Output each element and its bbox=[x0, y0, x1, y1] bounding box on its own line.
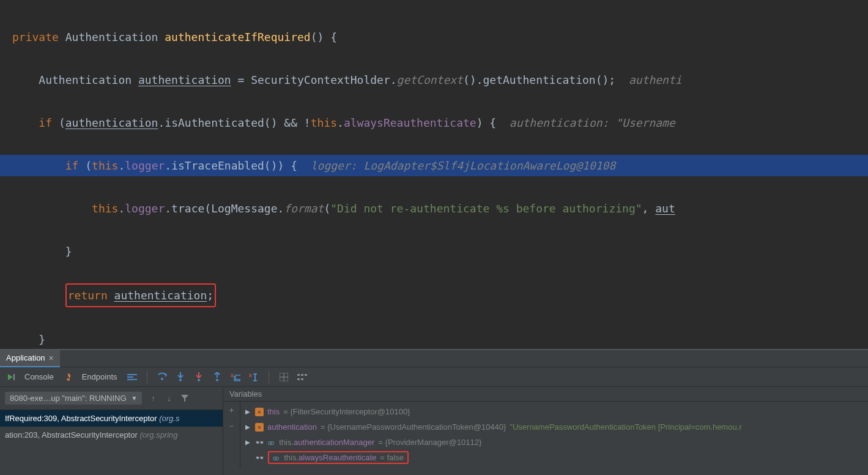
chevron-down-icon: ▼ bbox=[132, 395, 138, 402]
tab-application[interactable]: Application × bbox=[0, 350, 60, 367]
variable-row[interactable]: 👓 oo this.alwaysReauthenticate = false bbox=[245, 450, 863, 465]
svg-rect-2 bbox=[127, 376, 133, 378]
expand-icon[interactable]: ▶ bbox=[245, 408, 251, 415]
variables-panel: Variables ＋ － ▶ ≡ this = {FilterSecurity… bbox=[223, 387, 868, 475]
console-label[interactable]: Console bbox=[24, 372, 54, 381]
debug-tabs: Application × bbox=[0, 350, 868, 367]
layout-icon[interactable] bbox=[127, 372, 137, 382]
link-icon: oo bbox=[268, 439, 273, 446]
link-icon: oo bbox=[273, 454, 278, 462]
svg-point-8 bbox=[198, 379, 200, 381]
svg-rect-24 bbox=[297, 378, 300, 380]
variables-header: Variables bbox=[223, 387, 868, 402]
svg-rect-23 bbox=[305, 374, 307, 376]
run-to-cursor-icon[interactable]: x bbox=[249, 372, 259, 382]
drop-frame-icon[interactable]: x bbox=[231, 372, 240, 382]
remove-watch-icon[interactable]: － bbox=[227, 421, 237, 431]
endpoints-icon[interactable] bbox=[64, 372, 73, 382]
close-icon[interactable]: × bbox=[49, 353, 54, 363]
type-auth: Authentication bbox=[65, 31, 158, 43]
svg-rect-13 bbox=[236, 375, 240, 380]
svg-rect-0 bbox=[13, 374, 15, 380]
object-icon: ≡ bbox=[255, 408, 264, 416]
step-over-icon[interactable] bbox=[157, 372, 167, 382]
svg-rect-25 bbox=[301, 378, 303, 380]
svg-text:x: x bbox=[249, 372, 252, 378]
expand-icon[interactable]: ▶ bbox=[245, 424, 251, 430]
thread-selector[interactable]: 8080-exe…up "main": RUNNING ▼ bbox=[5, 392, 142, 405]
highlight-box-return: return authentication; bbox=[65, 283, 216, 307]
code-editor[interactable]: private Authentication authenticateIfReq… bbox=[0, 0, 868, 349]
svg-point-4 bbox=[161, 378, 163, 380]
kw-private: private bbox=[12, 31, 59, 43]
filter-icon[interactable] bbox=[180, 394, 190, 403]
next-frame-icon[interactable]: ↓ bbox=[164, 394, 174, 403]
object-icon: ≡ bbox=[255, 423, 264, 432]
method-name: authenticateIfRequired bbox=[165, 31, 310, 43]
frames-panel: 8080-exe…up "main": RUNNING ▼ ↑ ↓ IfRequ… bbox=[0, 387, 223, 475]
highlight-box-always-reauth: oo this.alwaysReauthenticate = false bbox=[268, 451, 409, 464]
svg-text:x: x bbox=[231, 372, 234, 378]
evaluate-icon[interactable] bbox=[279, 372, 289, 382]
svg-rect-21 bbox=[297, 374, 300, 376]
force-step-into-icon[interactable] bbox=[194, 372, 204, 382]
add-watch-icon[interactable]: ＋ bbox=[227, 405, 237, 415]
watch-icon: 👓 bbox=[255, 454, 264, 462]
stack-frame[interactable]: IfRequired:309, AbstractSecurityIntercep… bbox=[0, 410, 223, 427]
execution-line[interactable]: if (this.logger.isTraceEnabled()) { logg… bbox=[0, 155, 868, 176]
watch-icon: 👓 bbox=[255, 438, 264, 447]
debug-panel: Application × Console Endpoints x x bbox=[0, 350, 868, 475]
endpoints-label[interactable]: Endpoints bbox=[82, 372, 117, 381]
prev-frame-icon[interactable]: ↑ bbox=[148, 394, 158, 403]
expand-icon[interactable]: ▶ bbox=[245, 439, 251, 446]
variable-row[interactable]: ▶ ≡ authentication = {UsernamePasswordAu… bbox=[245, 419, 863, 435]
svg-rect-22 bbox=[301, 374, 303, 376]
trace-icon[interactable] bbox=[297, 372, 307, 382]
console-icon[interactable] bbox=[6, 372, 16, 382]
step-out-icon[interactable] bbox=[212, 372, 222, 382]
variable-row[interactable]: ▶ 👓 oo this.authenticationManager = {Pro… bbox=[245, 435, 863, 450]
var-authentication[interactable]: authentication bbox=[138, 73, 231, 86]
svg-rect-3 bbox=[127, 379, 137, 380]
svg-rect-1 bbox=[127, 374, 137, 375]
variable-row[interactable]: ▶ ≡ this = {FilterSecurityInterceptor@10… bbox=[245, 404, 863, 419]
stack-frame[interactable]: ation:203, AbstractSecurityInterceptor (… bbox=[0, 427, 223, 443]
step-into-icon[interactable] bbox=[176, 372, 185, 382]
debug-toolbar: Console Endpoints x x bbox=[0, 367, 868, 387]
svg-point-6 bbox=[179, 379, 182, 381]
svg-point-10 bbox=[216, 379, 218, 381]
